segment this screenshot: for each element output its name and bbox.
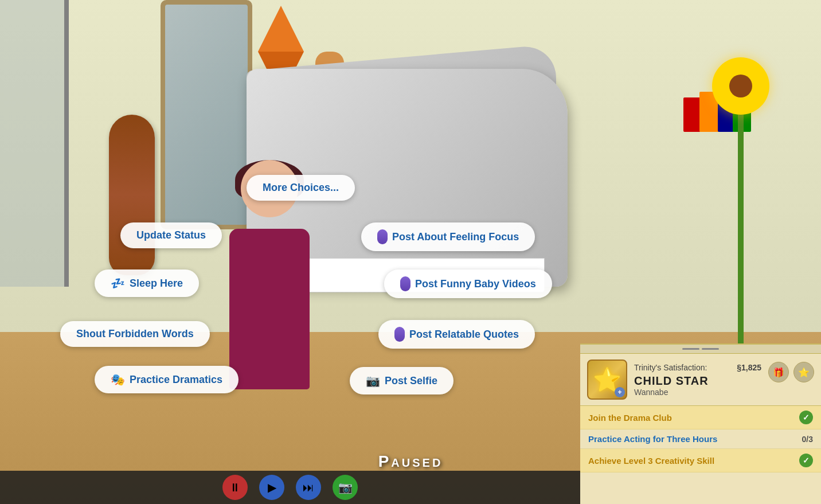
- play-button[interactable]: ▶: [259, 475, 284, 500]
- goal-label: Join the Drama Club: [588, 413, 793, 423]
- window-left: [0, 0, 69, 287]
- goal-label: Practice Acting for Three Hours: [588, 434, 796, 444]
- bottom-toolbar: ⏸ ▶ ⏭ 📷: [0, 471, 580, 504]
- aspiration-title: CHILD STAR: [634, 374, 761, 388]
- sleep-here-button[interactable]: 💤 Sleep Here: [95, 269, 199, 297]
- star-button[interactable]: ⭐: [793, 362, 814, 382]
- satisfaction-value: §1,825: [737, 363, 761, 372]
- goal-item: Achieve Level 3 Creativity Skill ✓: [580, 449, 821, 472]
- update-status-button[interactable]: Update Status: [120, 222, 222, 248]
- panel-content: ⭐ + Trinity's Satisfaction: §1,825 CHILD…: [580, 354, 821, 495]
- panel-header: [580, 345, 821, 354]
- dramatics-icon: 🎭: [111, 373, 125, 386]
- feeling-indicator: [377, 229, 388, 244]
- panel-actions: 🎁 ⭐: [768, 360, 814, 382]
- selfie-icon: 📷: [366, 374, 380, 388]
- goal-check: ✓: [799, 454, 813, 467]
- shout-forbidden-button[interactable]: Shout Forbidden Words: [60, 321, 210, 347]
- aspiration-top: ⭐ + Trinity's Satisfaction: §1,825 CHILD…: [580, 354, 821, 406]
- plus-badge: +: [615, 387, 625, 397]
- sleep-icon: 💤: [111, 276, 125, 290]
- post-about-feeling-button[interactable]: Post About Feeling Focus: [361, 222, 535, 251]
- pause-button[interactable]: ⏸: [222, 475, 248, 500]
- fast-forward-button[interactable]: ⏭: [296, 475, 321, 500]
- post-funny-baby-button[interactable]: Post Funny Baby Videos: [384, 269, 552, 298]
- right-panel: ⭐ + Trinity's Satisfaction: §1,825 CHILD…: [580, 343, 821, 504]
- guitar: [109, 115, 155, 275]
- relatable-indicator: [394, 327, 405, 342]
- goals-list: Join the Drama Club ✓ Practice Acting fo…: [580, 406, 821, 495]
- aspiration-subtitle: Wannabe: [634, 388, 761, 397]
- practice-dramatics-button[interactable]: 🎭 Practice Dramatics: [95, 366, 239, 393]
- goal-progress: 0/3: [802, 435, 813, 444]
- funny-baby-indicator: [400, 276, 410, 291]
- screenshot-button[interactable]: 📷: [333, 475, 358, 500]
- aspiration-info: Trinity's Satisfaction: §1,825 CHILD STA…: [634, 363, 761, 397]
- satisfaction-label: Trinity's Satisfaction:: [634, 363, 707, 372]
- post-relatable-button[interactable]: Post Relatable Quotes: [378, 320, 535, 349]
- goal-item: Practice Acting for Three Hours 0/3: [580, 429, 821, 449]
- gift-button[interactable]: 🎁: [768, 362, 789, 382]
- sunflower: [706, 57, 775, 344]
- aspiration-icon: ⭐ +: [587, 360, 627, 400]
- goal-label: Achieve Level 3 Creativity Skill: [588, 456, 793, 466]
- post-selfie-button[interactable]: 📷 Post Selfie: [350, 367, 453, 394]
- goal-check: ✓: [799, 411, 813, 424]
- satisfaction-row: Trinity's Satisfaction: §1,825: [634, 363, 761, 372]
- panel-handle[interactable]: [682, 348, 719, 350]
- more-choices-button[interactable]: More Choices...: [247, 175, 355, 201]
- goal-item: Join the Drama Club ✓: [580, 406, 821, 429]
